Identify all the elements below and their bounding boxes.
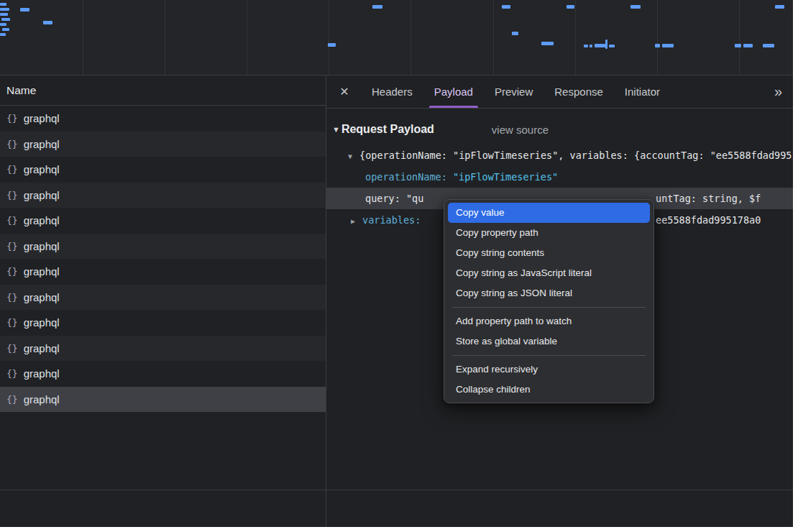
menu-separator [452,355,646,356]
request-row[interactable]: {}graphql [0,234,326,260]
json-braces-icon: {} [6,139,18,150]
request-row[interactable]: {}graphql [0,132,326,157]
network-activity-bar [1,18,10,21]
request-row[interactable]: {}graphql [0,157,326,183]
request-row[interactable]: {}graphql [0,183,326,208]
network-activity-bar [0,33,6,36]
timeline-gridline [165,0,165,75]
network-activity-bar [512,32,518,35]
tree-text-string: "ipFlowTimeseries" [453,171,558,183]
network-activity-bar [743,44,753,47]
name-column-header[interactable]: Name [0,75,326,106]
requests-list: {}graphql{}graphql{}graphql{}graphql{}gr… [0,106,326,412]
section-collapse-triangle-icon[interactable]: ▼ [332,125,340,134]
request-row[interactable]: {}graphql [0,106,326,132]
request-row[interactable]: {}graphql [0,208,326,234]
payload-tree-row[interactable]: ▼{operationName: "ipFlowTimeseries", var… [326,145,793,166]
network-overview-timeline[interactable] [0,0,793,75]
tree-text-fragment: ee5588fdad995178a0 [656,209,761,231]
json-braces-icon: {} [6,113,18,124]
network-activity-bar [0,8,9,11]
tab-headers[interactable]: Headers [361,75,423,108]
network-activity-bar [328,43,336,47]
request-name: graphql [24,265,60,278]
menu-separator [452,307,646,308]
network-activity-bar [763,44,774,47]
menu-item-copy-string-as-json-literal[interactable]: Copy string as JSON literal [448,283,650,303]
menu-item-store-as-global-variable[interactable]: Store as global variable [448,331,650,352]
footer-divider [0,490,793,490]
request-name: graphql [24,112,60,124]
tree-text-default: {operationName: "ipFlowTimeseries", vari… [359,150,793,161]
menu-item-add-property-path-to-watch[interactable]: Add property path to watch [448,311,650,331]
tab-response[interactable]: Response [544,75,614,108]
timeline-gridline [657,0,658,75]
tree-text-default: query: "qu [365,193,423,204]
menu-item-copy-string-as-javascript-literal[interactable]: Copy string as JavaScript literal [448,263,650,283]
network-activity-bar [605,40,607,49]
json-braces-icon: {} [6,368,18,379]
request-name: graphql [24,214,60,226]
request-row[interactable]: {}graphql [0,259,326,285]
view-source-link[interactable]: view source [492,124,549,136]
network-activity-bar [0,13,8,16]
section-title: Request Payload [341,123,434,136]
network-activity-bar [595,44,606,47]
menu-item-copy-string-contents[interactable]: Copy string contents [448,243,650,263]
menu-item-copy-property-path[interactable]: Copy property path [448,223,650,243]
json-braces-icon: {} [6,164,18,175]
network-activity-bar [43,21,52,24]
json-braces-icon: {} [6,266,18,277]
more-tabs-icon[interactable]: » [763,75,793,108]
request-row[interactable]: {}graphql [0,361,326,387]
json-braces-icon: {} [6,241,18,252]
requests-panel: Name {}graphql{}graphql{}graphql{}graphq… [0,75,326,527]
json-braces-icon: {} [6,190,18,201]
payload-tree-row[interactable]: operationName: "ipFlowTimeseries" [326,166,793,188]
network-activity-bar [735,44,741,47]
tree-text-key: operationName: [365,171,453,183]
network-activity-bar [541,42,554,45]
timeline-gridline [575,0,576,75]
menu-item-copy-value[interactable]: Copy value [448,203,650,223]
request-row[interactable]: {}graphql [0,310,326,336]
network-activity-bar [630,5,641,9]
timeline-gridline [83,0,83,75]
network-activity-bar [0,3,6,6]
json-braces-icon: {} [6,394,18,405]
tab-initiator[interactable]: Initiator [614,75,671,108]
request-name: graphql [24,342,60,354]
close-icon[interactable]: ✕ [332,75,357,108]
menu-item-expand-recursively[interactable]: Expand recursively [448,359,650,380]
collapsed-triangle-icon[interactable]: ▶ [351,211,362,231]
request-name: graphql [24,367,60,380]
request-name: graphql [24,240,60,252]
timeline-gridline [329,0,329,75]
network-activity-bar [20,8,29,12]
request-row[interactable]: {}graphql [0,285,326,311]
json-braces-icon: {} [6,317,18,328]
request-row[interactable]: {}graphql [0,336,326,362]
request-row[interactable]: {}graphql [0,387,326,413]
network-activity-bar [655,44,660,47]
network-activity-bar [609,45,615,47]
context-menu: Copy valueCopy property pathCopy string … [444,199,654,403]
network-activity-bar [0,23,6,26]
menu-item-collapse-children[interactable]: Collapse children [448,380,650,400]
json-braces-icon: {} [6,343,18,354]
network-activity-bar [590,45,592,47]
network-activity-bar [502,5,510,9]
network-activity-bar [775,5,784,9]
tab-preview[interactable]: Preview [484,75,544,108]
timeline-gridline [411,0,411,75]
request-name: graphql [24,163,60,175]
tree-text-key: variables: [362,214,421,226]
json-braces-icon: {} [6,215,18,226]
request-name: graphql [24,316,60,329]
tabs-holder: HeadersPayloadPreviewResponseInitiator [361,75,671,108]
json-braces-icon: {} [6,292,18,303]
tab-payload[interactable]: Payload [423,75,484,108]
network-activity-bar [372,5,382,9]
timeline-gridline [739,0,740,75]
expanded-triangle-icon[interactable]: ▼ [348,146,359,166]
